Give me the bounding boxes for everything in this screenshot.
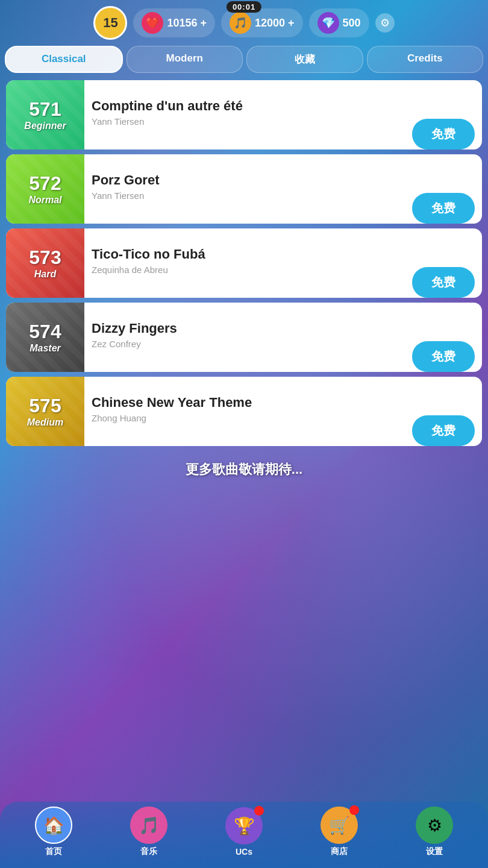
song-artist: Zez Confrey bbox=[92, 339, 405, 349]
song-thumbnail: 573 Hard bbox=[6, 228, 84, 298]
song-info: Porz Goret Yann Tiersen bbox=[84, 163, 412, 215]
diamonds-value: 500 bbox=[343, 17, 361, 30]
nav-item-home[interactable]: 🏠 首页 bbox=[6, 807, 101, 857]
home-nav-label: 首页 bbox=[45, 846, 62, 857]
tab-collect[interactable]: 收藏 bbox=[246, 46, 363, 73]
song-thumbnail: 572 Normal bbox=[6, 154, 84, 224]
song-artist: Zequinha de Abreu bbox=[92, 265, 405, 275]
top-bar: 15 00:01 ❤️ 10156 + 🎵 12000 + 💎 500 ⚙ bbox=[0, 0, 488, 46]
song-artist: Yann Tiersen bbox=[92, 190, 405, 201]
nav-item-settings[interactable]: ⚙ 设置 bbox=[387, 807, 482, 857]
song-title: Dizzy Fingers bbox=[92, 321, 405, 336]
song-info: Tico-Tico no Fubá Zequinha de Abreu bbox=[84, 237, 412, 289]
song-number: 571 bbox=[29, 98, 61, 121]
song-card[interactable]: 571 Beginner Comptine d'un autre été Yan… bbox=[6, 80, 482, 149]
note-icon: 🎵 bbox=[230, 12, 251, 34]
tab-credits[interactable]: Credits bbox=[367, 46, 484, 73]
free-button[interactable]: 免费 bbox=[412, 341, 475, 372]
free-button[interactable]: 免费 bbox=[412, 267, 475, 298]
trophy-nav-label: UCs bbox=[236, 847, 252, 857]
shop-nav-icon: 🛒 bbox=[321, 807, 358, 844]
music-nav-label: 音乐 bbox=[140, 846, 157, 857]
song-difficulty: Hard bbox=[34, 269, 56, 280]
song-artist: Zhong Huang bbox=[92, 413, 405, 423]
song-list: 571 Beginner Comptine d'un autre été Yan… bbox=[0, 78, 488, 448]
song-title: Comptine d'un autre été bbox=[92, 98, 405, 114]
level-badge: 15 bbox=[93, 6, 127, 40]
song-thumbnail: 574 Master bbox=[6, 303, 84, 372]
hearts-stat[interactable]: ❤️ 10156 + bbox=[133, 8, 215, 37]
diamond-icon: 💎 bbox=[318, 12, 339, 34]
song-card[interactable]: 574 Master Dizzy Fingers Zez Confrey 免费 bbox=[6, 303, 482, 372]
song-thumbnail: 571 Beginner bbox=[6, 80, 84, 149]
trophy-nav-icon: 🏆 bbox=[225, 807, 263, 844]
tab-classical[interactable]: Classical bbox=[5, 46, 123, 73]
tabs-row: Classical Modern 收藏 Credits bbox=[0, 46, 488, 78]
nav-item-music[interactable]: 🎵 音乐 bbox=[101, 807, 196, 857]
diamonds-stat[interactable]: 💎 500 bbox=[309, 8, 369, 37]
song-number: 574 bbox=[29, 321, 61, 343]
song-title: Chinese New Year Theme bbox=[92, 395, 405, 410]
free-button[interactable]: 免费 bbox=[412, 193, 475, 224]
song-info: Dizzy Fingers Zez Confrey bbox=[84, 311, 412, 363]
home-nav-icon: 🏠 bbox=[35, 807, 72, 844]
nav-badge bbox=[349, 805, 359, 815]
timer-badge: 00:01 bbox=[227, 1, 261, 13]
music-nav-icon: 🎵 bbox=[130, 807, 167, 844]
song-number: 573 bbox=[29, 247, 61, 269]
settings-nav-icon: ⚙ bbox=[416, 807, 453, 844]
song-card[interactable]: 575 Medium Chinese New Year Theme Zhong … bbox=[6, 377, 482, 446]
shop-nav-label: 商店 bbox=[331, 846, 348, 857]
nav-item-trophy[interactable]: 🏆 UCs bbox=[196, 807, 292, 857]
notes-stat[interactable]: 🎵 12000 + bbox=[221, 8, 303, 37]
song-title: Porz Goret bbox=[92, 172, 405, 188]
song-difficulty: Beginner bbox=[24, 121, 66, 131]
song-thumbnail: 575 Medium bbox=[6, 377, 84, 446]
song-card[interactable]: 572 Normal Porz Goret Yann Tiersen 免费 bbox=[6, 154, 482, 224]
nav-item-shop[interactable]: 🛒 商店 bbox=[292, 807, 387, 857]
song-difficulty: Master bbox=[30, 343, 61, 354]
tab-modern[interactable]: Modern bbox=[127, 46, 243, 73]
notes-value: 12000 + bbox=[255, 17, 295, 30]
gear-button[interactable]: ⚙ bbox=[375, 13, 395, 33]
song-number: 575 bbox=[29, 395, 61, 417]
song-difficulty: Medium bbox=[27, 417, 63, 428]
settings-nav-label: 设置 bbox=[426, 846, 443, 857]
nav-badge bbox=[254, 806, 264, 816]
song-card[interactable]: 573 Hard Tico-Tico no Fubá Zequinha de A… bbox=[6, 228, 482, 298]
bottom-nav: 🏠 首页 🎵 音乐 🏆 UCs 🛒 商店 ⚙ 设置 bbox=[0, 802, 488, 868]
hearts-value: 10156 + bbox=[167, 17, 207, 30]
song-info: Comptine d'un autre été Yann Tiersen bbox=[84, 89, 412, 141]
more-text: 更多歌曲敬请期待... bbox=[0, 448, 488, 485]
song-difficulty: Normal bbox=[28, 195, 61, 206]
heart-icon: ❤️ bbox=[142, 12, 163, 34]
free-button[interactable]: 免费 bbox=[412, 119, 475, 149]
song-number: 572 bbox=[29, 172, 61, 195]
free-button[interactable]: 免费 bbox=[412, 415, 475, 446]
song-title: Tico-Tico no Fubá bbox=[92, 247, 405, 262]
song-info: Chinese New Year Theme Zhong Huang bbox=[84, 385, 412, 438]
song-artist: Yann Tiersen bbox=[92, 116, 405, 127]
